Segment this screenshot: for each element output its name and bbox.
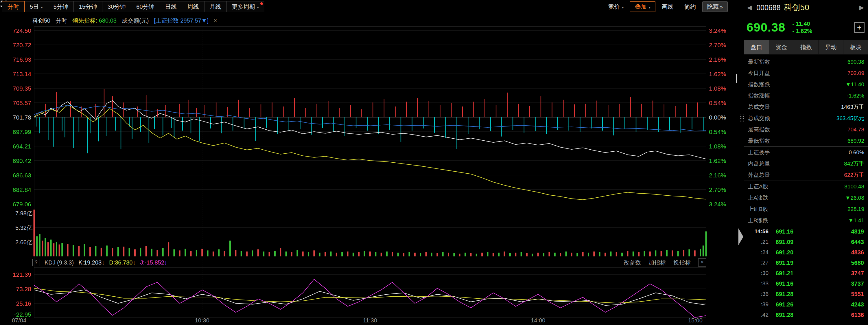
tick-row-6: :36691.285551: [744, 289, 868, 299]
overlay-index-link[interactable]: [上证指数 2957.57▼]: [154, 17, 209, 25]
period-button-2[interactable]: 5分钟: [48, 1, 74, 12]
stat-value: 3100.48: [844, 183, 864, 190]
prev-stock-arrow-icon[interactable]: ◀: [746, 4, 753, 11]
stat-label: 总成交额: [748, 115, 770, 122]
price-axis-label: 682.84: [13, 186, 32, 193]
tick-time: :42: [747, 312, 769, 318]
quote-tab-0[interactable]: 盘口: [744, 40, 769, 54]
overlay-close-icon[interactable]: ×: [214, 18, 217, 24]
tick-price: 691.28: [769, 312, 837, 318]
pct-axis-label: 1.08%: [709, 143, 726, 150]
add-indicator-button[interactable]: 加指标: [648, 259, 666, 267]
stat-label: 总成交量: [748, 103, 770, 111]
tool-button-1[interactable]: 叠加▾: [630, 1, 655, 12]
period-button-9[interactable]: 更多周期▾: [226, 1, 265, 12]
stat-row-14: 上B涨跌▼1.41: [744, 215, 868, 226]
leading-indicator-value: 680.03: [99, 18, 117, 24]
period-button-7[interactable]: 周线: [182, 1, 205, 12]
indicator-close-icon[interactable]: ×: [698, 259, 706, 267]
quote-tab-bar: 盘口资金指数异动板块: [744, 40, 868, 54]
next-stock-arrow-icon[interactable]: ▶: [858, 4, 865, 11]
fullscreen-icon[interactable]: [730, 1, 740, 12]
time-axis-label: 15:00: [688, 317, 703, 324]
period-button-5[interactable]: 60分钟: [131, 1, 160, 12]
pct-axis-label: 3.24%: [709, 201, 726, 207]
volume-axis-label: 7.98亿: [15, 210, 32, 216]
tick-volume: 4243: [837, 301, 864, 308]
pct-axis-label: 1.08%: [709, 85, 726, 92]
tick-row-3: :27691.195680: [744, 258, 868, 268]
quote-tab-3[interactable]: 异动: [818, 40, 843, 54]
pct-axis-label: 2.70%: [709, 42, 726, 48]
period-button-group: 分时5日▾5分钟15分钟30分钟60分钟日线周线月线更多周期▾: [2, 1, 265, 12]
period-toolbar: 分时5日▾5分钟15分钟30分钟60分钟日线周线月线更多周期▾ 竞价▾叠加▾画线…: [0, 0, 744, 13]
add-to-watchlist-button[interactable]: +: [854, 22, 865, 33]
pct-axis-label: 0.54%: [709, 128, 726, 135]
period-button-4[interactable]: 30分钟: [102, 1, 131, 12]
pct-axis-label: 3.24%: [709, 27, 726, 34]
indicator-actions: 改参数 加指标 换指标 ×: [624, 259, 706, 267]
turnover-label: 成交额(元): [122, 17, 149, 25]
chart-canvas[interactable]: 724.50720.72716.93713.14709.35705.57701.…: [0, 0, 744, 325]
stat-value: 0.60%: [848, 149, 864, 156]
pct-axis-label: 1.62%: [709, 157, 726, 164]
price-axis-label: 720.72: [13, 42, 31, 48]
panel-collapse-arrow[interactable]: [738, 228, 743, 245]
stock-app-window: { "toolbar": { "periods": [ {"label":"分时…: [0, 0, 868, 325]
price-axis-label: 701.78: [13, 114, 31, 121]
switch-indicator-button[interactable]: 换指标: [673, 259, 691, 267]
stat-label: 上证A股: [748, 183, 768, 190]
quote-panel: ◀ 000688 科创50 ▶ 690.38 - 11.40 - 1.62% +…: [744, 0, 868, 325]
chart-scrollbar-thumb[interactable]: [736, 74, 737, 83]
price-axis-label: 724.50: [13, 27, 31, 34]
stat-row-7: 最低指数689.92: [744, 135, 868, 147]
quote-tab-1[interactable]: 资金: [769, 40, 794, 54]
change-params-button[interactable]: 改参数: [624, 259, 641, 267]
stat-label: 今日开盘: [748, 69, 770, 77]
tick-volume: 5680: [837, 260, 864, 266]
stat-row-11: 上证A股3100.48: [744, 181, 868, 192]
stat-label: 上A涨跌: [748, 194, 768, 202]
tick-time: :39: [747, 301, 769, 307]
tick-row-0: 14:56691.164819: [744, 226, 868, 237]
tick-volume: 3737: [837, 280, 864, 287]
stat-label: 指数涨幅: [748, 92, 770, 99]
period-button-6[interactable]: 日线: [160, 1, 182, 12]
price-axis-label: 694.21: [13, 143, 31, 150]
period-button-0[interactable]: 分时: [2, 1, 25, 12]
tool-button-3[interactable]: 简约: [680, 2, 701, 11]
tool-button-0[interactable]: 竞价▾: [603, 2, 628, 11]
stat-label: 上证换手: [748, 149, 770, 156]
price-axis-label: 709.35: [13, 85, 31, 92]
stat-value: 228.19: [847, 206, 864, 212]
period-button-8[interactable]: 月线: [204, 1, 227, 12]
period-button-1[interactable]: 5日▾: [24, 1, 48, 12]
pct-axis-label: 2.70%: [709, 186, 726, 193]
tick-time: :27: [747, 260, 769, 266]
stat-value: 690.38: [847, 59, 864, 65]
tick-time: 14:56: [747, 228, 769, 235]
period-button-3[interactable]: 15分钟: [73, 1, 102, 12]
stat-label: 上证B股: [748, 205, 768, 213]
stat-value: ▼1.41: [848, 217, 864, 224]
time-axis-label: 11:30: [363, 317, 377, 324]
tick-price: 691.16: [769, 280, 837, 287]
stat-label: 最低指数: [748, 137, 770, 145]
pct-axis-label: 0.00%: [709, 114, 726, 121]
quote-panel-header: ◀ 000688 科创50 ▶: [744, 0, 868, 15]
panel-resize-grip[interactable]: [740, 114, 744, 123]
tool-button-4[interactable]: 隐藏»: [702, 1, 728, 12]
kdj-axis-label: 73.28: [16, 286, 31, 292]
tool-button-2[interactable]: 画线: [657, 2, 678, 11]
indicator-help-icon[interactable]: ?: [32, 259, 40, 266]
pct-axis-label: 1.62%: [709, 70, 726, 77]
quote-tab-2[interactable]: 指数: [794, 40, 818, 54]
stat-row-1: 今日开盘702.09: [744, 67, 868, 79]
tick-price: 691.26: [769, 301, 837, 308]
tick-price: 691.09: [769, 239, 837, 245]
stat-row-0: 最新指数690.38: [744, 56, 868, 67]
quote-tab-4[interactable]: 板块: [843, 40, 868, 54]
volume-axis-label: 2.66亿: [15, 239, 32, 245]
tick-row-5: :33691.163737: [744, 278, 868, 289]
tick-volume: 4819: [837, 228, 864, 235]
